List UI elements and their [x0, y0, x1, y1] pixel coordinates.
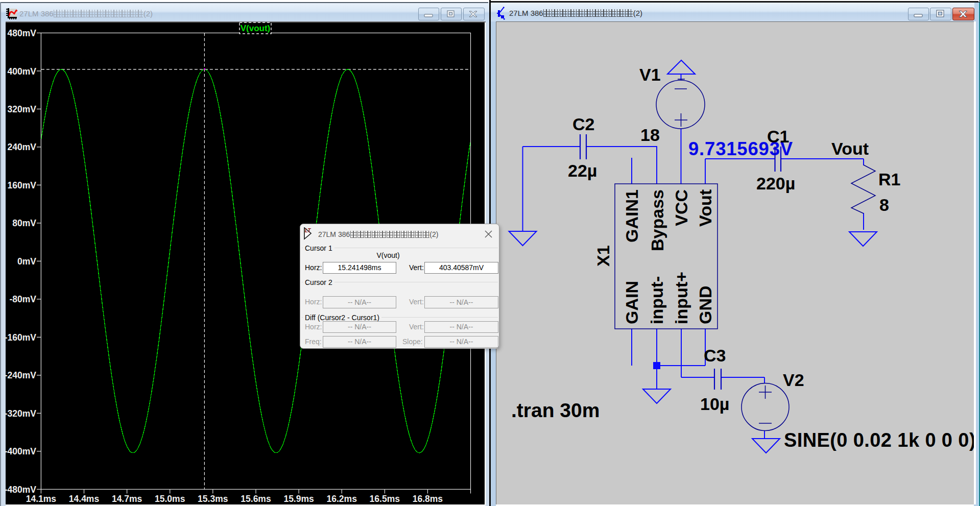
- svg-text:SINE(0 0.02 1k 0 0 0): SINE(0 0.02 1k 0 0 0): [784, 429, 974, 451]
- svg-text:15.0ms: 15.0ms: [155, 494, 185, 504]
- svg-text:16.8ms: 16.8ms: [413, 494, 443, 504]
- svg-text:220µ: 220µ: [756, 174, 795, 193]
- svg-text:15.6ms: 15.6ms: [241, 494, 271, 504]
- svg-text:240mV: 240mV: [8, 142, 37, 152]
- svg-text:C3: C3: [704, 346, 726, 365]
- svg-text:80mV: 80mV: [12, 218, 36, 228]
- svg-text:-400mV: -400mV: [5, 446, 37, 456]
- svg-text:14.4ms: 14.4ms: [69, 494, 100, 504]
- svg-text:GAIN1: GAIN1: [622, 189, 641, 243]
- svg-text:14.7ms: 14.7ms: [112, 494, 142, 504]
- svg-text:15.3ms: 15.3ms: [198, 494, 228, 504]
- svg-text:.tran 30m: .tran 30m: [511, 399, 600, 421]
- svg-text:-320mV: -320mV: [5, 408, 37, 419]
- svg-text:14.1ms: 14.1ms: [26, 494, 57, 504]
- svg-text:Vout: Vout: [696, 189, 715, 227]
- svg-text:X1: X1: [593, 245, 613, 267]
- svg-text:8: 8: [879, 195, 889, 214]
- svg-text:400mV: 400mV: [8, 66, 37, 77]
- svg-text:16.2ms: 16.2ms: [327, 494, 357, 504]
- svg-text:R1: R1: [878, 170, 900, 189]
- svg-text:10µ: 10µ: [700, 394, 729, 414]
- svg-text:LT: LT: [305, 228, 311, 233]
- svg-text:160mV: 160mV: [8, 180, 37, 190]
- svg-text:480mV: 480mV: [8, 28, 37, 38]
- svg-text:input-: input-: [647, 276, 666, 324]
- svg-text:C2: C2: [572, 114, 594, 134]
- svg-text:C1: C1: [767, 127, 789, 146]
- svg-text:-160mV: -160mV: [5, 332, 37, 343]
- svg-text:V(vout): V(vout): [241, 23, 271, 33]
- svg-text:22µ: 22µ: [568, 161, 597, 180]
- svg-text:GND: GND: [696, 285, 715, 324]
- svg-text:-480mV: -480mV: [5, 485, 37, 495]
- svg-text:GAIN: GAIN: [622, 281, 641, 324]
- svg-text:V2: V2: [783, 370, 804, 390]
- svg-text:input+: input+: [672, 272, 691, 324]
- svg-text:Bypass: Bypass: [648, 189, 667, 251]
- svg-text:18: 18: [640, 125, 660, 144]
- svg-text:-240mV: -240mV: [5, 370, 37, 380]
- svg-text:15.9ms: 15.9ms: [283, 494, 314, 504]
- svg-text:Vout: Vout: [831, 139, 869, 158]
- svg-text:VCC: VCC: [672, 189, 691, 226]
- svg-text:-80mV: -80mV: [9, 294, 36, 304]
- svg-text:16.5ms: 16.5ms: [370, 494, 400, 504]
- svg-text:320mV: 320mV: [8, 104, 37, 114]
- svg-text:V1: V1: [639, 65, 661, 84]
- svg-text:0mV: 0mV: [17, 256, 36, 267]
